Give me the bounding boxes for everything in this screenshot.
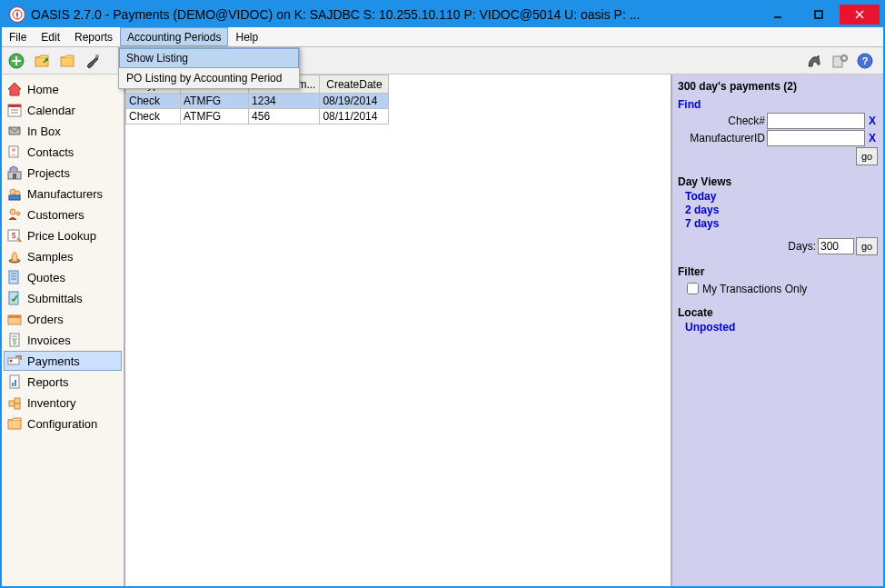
checknum-clear[interactable]: X	[867, 115, 878, 127]
svg-rect-47	[15, 380, 16, 386]
table-cell: 456	[249, 109, 320, 125]
sidebar-item-customers[interactable]: Customers	[4, 204, 122, 224]
checknum-input[interactable]	[767, 113, 865, 129]
app-icon	[9, 6, 25, 23]
dayview-2days[interactable]: 2 days	[685, 204, 878, 216]
table-cell: 08/19/2014	[320, 94, 389, 109]
sidebar-item-quotes[interactable]: Quotes	[4, 267, 122, 287]
toolbar-open-button[interactable]	[31, 50, 53, 72]
svg-rect-26	[9, 195, 20, 200]
dropdown-item[interactable]: Show Listing	[119, 48, 299, 68]
days-go-button[interactable]: go	[856, 237, 878, 255]
sidebar-item-calendar[interactable]: Calendar	[4, 100, 122, 120]
dayviews-label: Day Views	[678, 175, 878, 188]
find-go-button[interactable]: go	[856, 147, 878, 165]
pricelookup-icon: $	[5, 227, 24, 244]
sidebar-item-samples[interactable]: Samples	[4, 246, 122, 266]
dayview-7days[interactable]: 7 days	[685, 217, 878, 230]
sidebar-item-label: Invoices	[27, 334, 71, 347]
sidebar-item-reports[interactable]: Reports	[4, 372, 122, 392]
menu-file[interactable]: File	[2, 27, 34, 46]
find-label: Find	[678, 98, 878, 111]
menu-help[interactable]: Help	[228, 27, 265, 46]
reports-icon	[5, 374, 24, 390]
days-label: Days:	[788, 240, 816, 253]
sidebar-item-label: Inventory	[27, 396, 75, 410]
panel-title: 300 day's payments (2)	[678, 80, 878, 93]
sidebar-item-in-box[interactable]: In Box	[4, 121, 122, 141]
svg-point-27	[10, 209, 15, 214]
sidebar-item-payments[interactable]: Payments	[4, 351, 122, 371]
quotes-icon	[5, 269, 24, 285]
customers-icon	[5, 206, 24, 223]
table-cell: 1234	[249, 94, 320, 109]
sidebar-item-price-lookup[interactable]: $Price Lookup	[4, 225, 122, 245]
svg-text:$: $	[13, 339, 16, 345]
menu-edit[interactable]: Edit	[34, 27, 67, 46]
sidebar-item-label: Customers	[27, 208, 85, 222]
locate-unposted[interactable]: Unposted	[685, 321, 878, 334]
menu-bar: File Edit Reports Accounting Periods Hel…	[2, 27, 883, 47]
sidebar-item-label: Samples	[27, 250, 74, 264]
sidebar-item-contacts[interactable]: Contacts	[4, 142, 122, 162]
sidebar-item-inventory[interactable]: Inventory	[4, 393, 122, 413]
my-trans-checkbox[interactable]	[687, 283, 699, 294]
menu-accounting-periods[interactable]: Accounting Periods	[120, 27, 228, 46]
table-pane: TypeManufactu...CheckNum...CreateDateChe…	[125, 75, 671, 586]
svg-rect-46	[12, 383, 14, 386]
svg-rect-50	[15, 404, 20, 409]
table-row[interactable]: CheckATMFG123408/19/2014	[126, 94, 389, 109]
svg-rect-2	[815, 11, 822, 18]
sidebar-item-label: Home	[27, 83, 59, 96]
sidebar-item-submittals[interactable]: Submittals	[4, 288, 122, 308]
dayview-today[interactable]: Today	[685, 190, 878, 203]
right-panel: 300 day's payments (2) Find Check# X Man…	[671, 75, 883, 586]
toolbar-add-button[interactable]	[5, 50, 27, 72]
table-cell: Check	[126, 109, 181, 125]
configuration-icon	[5, 415, 24, 432]
toolbar-settings-button[interactable]	[829, 50, 850, 72]
sidebar-item-invoices[interactable]: $Invoices	[4, 330, 122, 350]
col-header[interactable]: CreateDate	[320, 75, 389, 94]
submittals-icon	[5, 290, 24, 306]
central-area: TypeManufactu...CheckNum...CreateDateChe…	[125, 75, 883, 586]
samples-icon	[5, 248, 24, 264]
menu-reports[interactable]: Reports	[67, 27, 120, 46]
sidebar-item-configuration[interactable]: Configuration	[4, 414, 122, 434]
sidebar-item-manufacturers[interactable]: Manufacturers	[4, 184, 122, 204]
close-button[interactable]	[840, 5, 880, 25]
manufacturers-icon	[5, 185, 24, 202]
sidebar-item-label: Orders	[27, 313, 64, 326]
svg-point-10	[95, 55, 99, 58]
sidebar-item-orders[interactable]: Orders	[4, 309, 122, 329]
svg-rect-17	[8, 105, 21, 107]
mfg-clear[interactable]: X	[867, 132, 878, 145]
sidebar-item-projects[interactable]: Projects	[4, 163, 122, 183]
days-input[interactable]	[818, 238, 854, 254]
minimize-button[interactable]	[758, 5, 798, 25]
sidebar-item-label: Calendar	[27, 104, 75, 117]
svg-rect-51	[8, 420, 21, 429]
toolbar-folder-button[interactable]	[56, 50, 78, 72]
svg-rect-49	[15, 398, 20, 404]
toolbar-horse-button[interactable]	[803, 50, 825, 72]
toolbar-help-button[interactable]: ?	[854, 50, 876, 72]
home-icon	[5, 81, 24, 97]
svg-rect-32	[9, 271, 18, 284]
mfg-input[interactable]	[767, 130, 865, 146]
toolbar-brush-button[interactable]	[82, 50, 104, 72]
sidebar-item-label: Reports	[27, 375, 69, 389]
sidebar: HomeCalendarIn BoxContactsProjectsManufa…	[2, 75, 125, 586]
mfg-label: ManufacturerID	[690, 132, 765, 145]
sidebar-item-label: Contacts	[27, 145, 74, 159]
table-cell: Check	[126, 94, 181, 109]
app-window: OASIS 2.7.0 - Payments (DEMO@VIDOC) on K…	[0, 0, 885, 588]
table-row[interactable]: CheckATMFG45608/11/2014	[126, 109, 389, 125]
dropdown-item[interactable]: PO Listing by Accounting Period	[119, 68, 299, 88]
title-bar: OASIS 2.7.0 - Payments (DEMO@VIDOC) on K…	[2, 2, 883, 27]
sidebar-item-home[interactable]: Home	[4, 79, 122, 99]
filter-label: Filter	[678, 265, 878, 278]
svg-point-28	[16, 212, 20, 215]
maximize-button[interactable]	[799, 5, 839, 25]
sidebar-item-label: Submittals	[27, 292, 83, 305]
